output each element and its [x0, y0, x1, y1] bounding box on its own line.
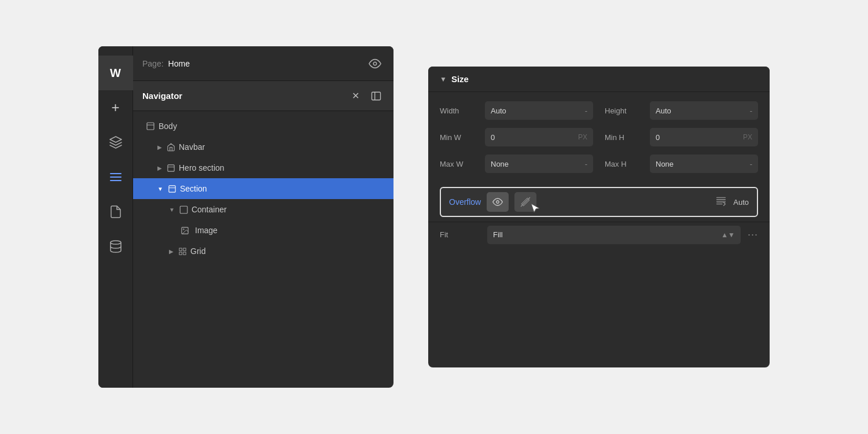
page-name: Home [168, 59, 190, 68]
height-field[interactable]: Auto - [650, 101, 758, 120]
maxw-item: Max W None - [440, 155, 593, 173]
svg-point-1 [373, 62, 377, 65]
sidebar: W + [98, 46, 133, 388]
database-icon[interactable] [98, 229, 133, 264]
minw-field[interactable]: 0 PX [485, 128, 593, 146]
minw-unit: PX [578, 133, 587, 141]
layout-toggle-button[interactable] [368, 88, 384, 104]
minw-item: Min W 0 PX [440, 128, 593, 146]
maxh-item: Max H None - [605, 155, 758, 173]
width-label: Width [440, 106, 480, 115]
width-item: Width Auto - [440, 101, 593, 120]
close-navigator-button[interactable]: ✕ [347, 88, 363, 104]
navigator-content: Page: Home Navigator ✕ [133, 46, 393, 388]
collapse-arrow-icon[interactable]: ▼ [440, 75, 447, 83]
hero-section-label: Hero section [179, 163, 225, 172]
tree-item-section[interactable]: ▼ Section [133, 178, 393, 199]
svg-rect-10 [183, 248, 186, 250]
minw-label: Min W [440, 133, 480, 142]
container-label: Container [192, 205, 227, 214]
fit-label: Fit [440, 230, 480, 239]
components-icon[interactable] [98, 125, 133, 160]
page-icon[interactable] [98, 194, 133, 229]
height-dash: - [750, 106, 752, 115]
page-header: Page: Home [133, 46, 393, 81]
size-panel: ▼ Size Width Auto - Height Auto - [428, 67, 770, 367]
add-icon[interactable]: + [98, 90, 133, 125]
cursor-icon [531, 203, 540, 216]
svg-point-13 [496, 201, 499, 204]
body-label: Body [159, 122, 177, 131]
height-label: Height [605, 106, 645, 115]
navigator-header: Navigator ✕ [133, 81, 393, 111]
minh-field[interactable]: 0 PX [650, 128, 758, 146]
maxw-value: None [491, 160, 582, 168]
maxw-field[interactable]: None - [485, 155, 593, 173]
minh-label: Min H [605, 133, 645, 142]
fit-row: Fit Fill ▲▼ ··· [428, 222, 770, 247]
preview-eye-button[interactable] [366, 54, 384, 73]
navigator-header-icons: ✕ [347, 88, 384, 104]
width-value: Auto [491, 106, 582, 115]
image-label: Image [195, 226, 218, 235]
size-panel-header: ▼ Size [428, 67, 770, 92]
maxh-dash: - [750, 160, 752, 168]
width-dash: - [585, 106, 587, 115]
layers-icon[interactable] [98, 160, 133, 194]
width-field[interactable]: Auto - [485, 101, 593, 120]
size-fields: Width Auto - Height Auto - Min W 0 [428, 92, 770, 182]
maxh-field[interactable]: None - [650, 155, 758, 173]
svg-rect-4 [168, 164, 174, 171]
overflow-hidden-button[interactable] [514, 192, 536, 212]
tree-item-body[interactable]: Body [133, 116, 393, 137]
svg-point-8 [183, 229, 184, 230]
fit-more-options-button[interactable]: ··· [748, 229, 758, 241]
size-panel-title: Size [451, 74, 469, 84]
height-item: Height Auto - [605, 101, 758, 120]
fit-dropdown[interactable]: Fill ▲▼ [487, 226, 741, 244]
tree-item-navbar[interactable]: ▶ Navbar [133, 137, 393, 157]
svg-point-0 [111, 241, 121, 244]
minw-minh-row: Min W 0 PX Min H 0 PX [440, 128, 758, 146]
svg-rect-3 [147, 123, 154, 130]
navigator-title: Navigator [142, 91, 347, 101]
overflow-visible-button[interactable] [487, 192, 509, 212]
tree-item-hero[interactable]: ▶ Hero section [133, 157, 393, 178]
webflow-logo-icon[interactable]: W [98, 56, 133, 90]
minh-unit: PX [743, 133, 752, 141]
width-height-row: Width Auto - Height Auto - [440, 101, 758, 120]
fit-dropdown-value: Fill [493, 230, 721, 239]
navigator-panel: W + [98, 46, 393, 388]
svg-rect-9 [179, 248, 182, 250]
page-label: Page: [142, 59, 164, 68]
overflow-auto-label: Auto [733, 198, 749, 207]
grid-label: Grid [190, 247, 205, 256]
overflow-row: Overflow [440, 187, 758, 217]
navbar-label: Navbar [179, 142, 205, 152]
fit-dropdown-arrow-icon: ▲▼ [721, 231, 735, 239]
section-label: Section [180, 184, 207, 193]
svg-rect-11 [179, 252, 182, 254]
minw-value: 0 [491, 133, 575, 142]
overflow-label: Overflow [449, 197, 481, 207]
maxh-value: None [656, 160, 746, 168]
svg-rect-2 [372, 92, 381, 100]
navigator-tree: Body ▶ Navbar ▶ Hero secti [133, 111, 393, 388]
minh-item: Min H 0 PX [605, 128, 758, 146]
tree-item-grid[interactable]: ▶ Grid [133, 241, 393, 262]
overflow-scroll-button[interactable] [715, 194, 727, 210]
svg-rect-6 [180, 206, 187, 214]
maxw-label: Max W [440, 160, 480, 168]
svg-rect-12 [183, 252, 186, 254]
tree-item-image[interactable]: Image [133, 220, 393, 241]
tree-item-container[interactable]: ▼ Container [133, 199, 393, 220]
maxw-dash: - [585, 160, 587, 168]
svg-rect-5 [169, 185, 175, 192]
maxw-maxh-row: Max W None - Max H None - [440, 155, 758, 173]
height-value: Auto [656, 106, 746, 115]
minh-value: 0 [656, 133, 740, 142]
maxh-label: Max H [605, 160, 645, 168]
